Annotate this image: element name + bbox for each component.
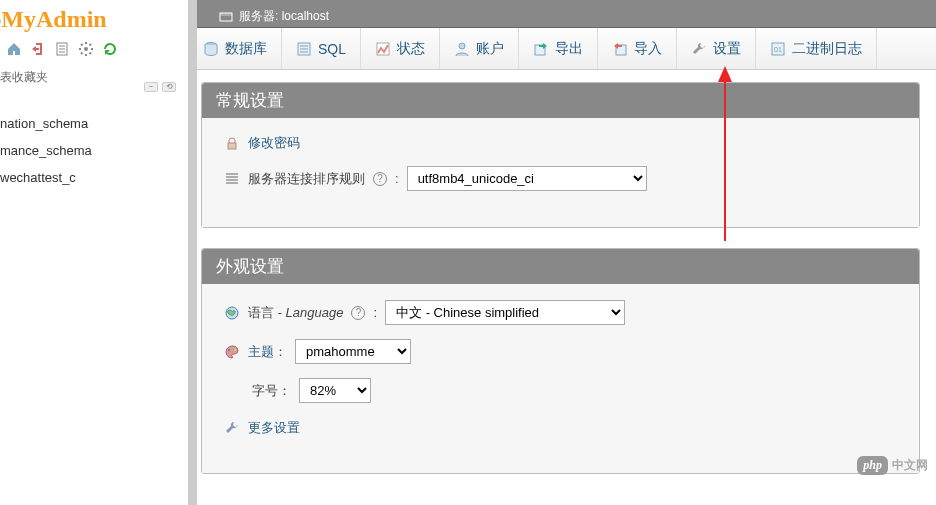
main: 服务器: localhost 数据库 SQL 状态 账户 导出 导入 设置 — [189, 0, 936, 505]
doc-icon[interactable] — [54, 41, 70, 57]
more-settings-link[interactable]: 更多设置 — [248, 419, 300, 437]
theme-select[interactable]: pmahomme — [295, 339, 411, 364]
collation-select[interactable]: utf8mb4_unicode_ci — [407, 166, 647, 191]
fontsize-row: 字号： 82% — [252, 378, 897, 403]
svg-rect-3 — [220, 13, 232, 16]
sidebar: pMyAdmin 表收藏夹 − ⟲ nation_schema mance_sc… — [0, 0, 189, 505]
panel-general: 常规设置 修改密码 服务器连接排序规则 ? : utf8mb4_unicode_… — [201, 82, 920, 228]
svg-point-7 — [459, 43, 465, 49]
globe-icon — [224, 305, 240, 321]
tabs: 数据库 SQL 状态 账户 导出 导入 设置 01 二进制日志 — [189, 28, 936, 70]
lang-label: 语言 - Language — [248, 304, 343, 322]
logo-my: MyAdmin — [1, 6, 106, 32]
tab-export[interactable]: 导出 — [519, 28, 598, 69]
tab-settings[interactable]: 设置 — [677, 28, 756, 69]
server-icon — [219, 10, 233, 24]
collation-label: 服务器连接排序规则 — [248, 170, 365, 188]
content: 常规设置 修改密码 服务器连接排序规则 ? : utf8mb4_unicode_… — [189, 70, 936, 494]
panel-head-general: 常规设置 — [202, 83, 919, 118]
lock-icon — [224, 135, 240, 151]
info-icon[interactable]: ? — [373, 172, 387, 186]
svg-point-16 — [231, 347, 233, 349]
palette-icon — [224, 344, 240, 360]
database-icon — [203, 41, 219, 57]
wrench-icon — [224, 420, 240, 436]
info-icon[interactable]: ? — [351, 306, 365, 320]
logo[interactable]: pMyAdmin — [0, 0, 188, 37]
svg-point-15 — [228, 349, 230, 351]
tab-binlog[interactable]: 01 二进制日志 — [756, 28, 877, 69]
wrench-icon — [691, 41, 707, 57]
sql-icon — [296, 41, 312, 57]
binlog-icon: 01 — [770, 41, 786, 57]
tab-users[interactable]: 账户 — [440, 28, 519, 69]
language-select[interactable]: 中文 - Chinese simplified — [385, 300, 625, 325]
watermark-badge: php — [857, 456, 888, 475]
fontsize-label: 字号： — [252, 382, 291, 400]
exit-icon[interactable] — [30, 41, 46, 57]
tab-sql[interactable]: SQL — [282, 28, 361, 69]
tree-item[interactable]: mance_schema — [0, 137, 188, 164]
server-bar: 服务器: localhost — [189, 6, 936, 28]
export-icon — [533, 41, 549, 57]
svg-point-17 — [234, 349, 236, 351]
user-icon — [454, 41, 470, 57]
watermark: php 中文网 — [857, 456, 928, 475]
collapse-minus-icon[interactable]: − — [144, 82, 158, 92]
collapse-buttons: − ⟲ — [0, 82, 188, 92]
server-label: 服务器: localhost — [239, 8, 329, 25]
panel-head-appearance: 外观设置 — [202, 249, 919, 284]
home-icon[interactable] — [6, 41, 22, 57]
svg-rect-13 — [228, 143, 236, 149]
watermark-text: 中文网 — [892, 457, 928, 474]
svg-text:01: 01 — [774, 46, 782, 53]
sidebar-toolbar — [0, 37, 188, 65]
svg-point-1 — [84, 47, 88, 51]
fontsize-select[interactable]: 82% — [299, 378, 371, 403]
collapse-link-icon[interactable]: ⟲ — [162, 82, 176, 92]
tab-databases[interactable]: 数据库 — [189, 28, 282, 69]
status-icon — [375, 41, 391, 57]
db-tree: nation_schema mance_schema wechattest_c — [0, 92, 188, 191]
tree-item[interactable]: nation_schema — [0, 110, 188, 137]
tab-import[interactable]: 导入 — [598, 28, 677, 69]
list-icon — [224, 171, 240, 187]
import-icon — [612, 41, 628, 57]
refresh-icon[interactable] — [102, 41, 118, 57]
tree-item[interactable]: wechattest_c — [0, 164, 188, 191]
gear-icon[interactable] — [78, 41, 94, 57]
change-password-link[interactable]: 修改密码 — [248, 134, 300, 152]
panel-appearance: 外观设置 语言 - Language ? : 中文 - Chinese simp… — [201, 248, 920, 474]
theme-label[interactable]: 主题： — [248, 343, 287, 361]
tab-status[interactable]: 状态 — [361, 28, 440, 69]
